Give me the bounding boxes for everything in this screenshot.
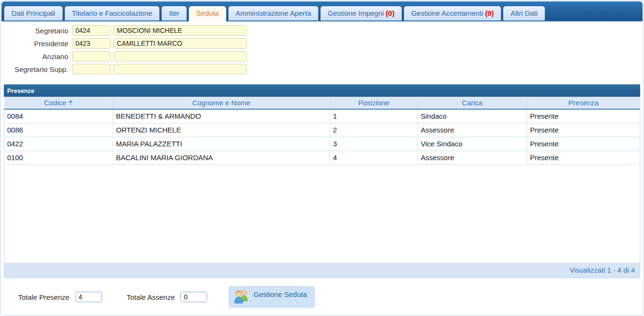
totals-bar: Totale Presenze Totale Assenze Gestione … xyxy=(0,278,644,316)
page-container: Dati Principali Titolario e Fascicolazio… xyxy=(0,0,644,316)
column-header-label: Presenza xyxy=(569,99,599,107)
cell-presenza: Presente xyxy=(527,151,640,164)
tab-badge-count: (0) xyxy=(386,9,395,17)
tab-label: Iter xyxy=(169,9,179,17)
cell-cognome-e-nome: BACALINI MARIA GIORDANA xyxy=(113,151,330,164)
segretario-supp-label: Segretario Supp. xyxy=(0,65,72,73)
gestione-seduta-label: Gestione Seduta xyxy=(253,290,307,298)
anziano-label: Anziano xyxy=(0,52,72,61)
tab-label: Dati Principali xyxy=(11,9,55,17)
column-header-label: Cognome e Nome xyxy=(192,99,250,107)
tab-altri-dati[interactable]: Altri Dati xyxy=(503,6,545,20)
column-header-label: Posizione xyxy=(358,99,389,107)
tab-iter[interactable]: Iter xyxy=(161,6,187,20)
tab-seduta-active[interactable]: Seduta xyxy=(188,6,227,21)
cell-carica: Assessore xyxy=(418,151,527,164)
column-header-carica[interactable]: Carica xyxy=(418,97,527,109)
form-row-segretario: Segretario xyxy=(0,25,644,36)
sort-icon xyxy=(69,100,73,106)
cell-codice: 0422 xyxy=(4,137,113,151)
form-row-segretario-supp: Segretario Supp. xyxy=(0,64,644,74)
table-row[interactable]: 0100 BACALINI MARIA GIORDANA 4 Assessore… xyxy=(4,151,640,164)
cell-presenza: Presente xyxy=(527,123,640,137)
anziano-name-input[interactable] xyxy=(114,51,247,61)
form-row-anziano: Anziano xyxy=(0,51,644,61)
tab-bar: Dati Principali Titolario e Fascicolazio… xyxy=(1,1,643,21)
cell-carica: Sindaco xyxy=(418,109,527,123)
officials-form: Segretario Presidente Anziano Segretario… xyxy=(0,21,644,77)
people-icon xyxy=(233,289,249,304)
tab-label: Seduta xyxy=(196,9,219,17)
cell-cognome-e-nome: MARIA PALAZZETTI xyxy=(113,137,330,151)
presenze-table: Codice Cognome e Nome Posizione Carica P… xyxy=(4,97,640,165)
cell-presenza: Presente xyxy=(527,137,640,151)
totale-assenze-label: Totale Assenze xyxy=(127,293,175,301)
segretario-code-input[interactable] xyxy=(72,25,111,36)
column-header-cognome-e-nome[interactable]: Cognome e Nome xyxy=(113,97,330,109)
column-header-label: Carica xyxy=(462,99,482,107)
segretario-label: Segretario xyxy=(0,27,72,35)
gestione-seduta-button[interactable]: Gestione Seduta xyxy=(229,286,315,308)
table-row[interactable]: 0086 ORTENZI MICHELE 2 Assessore Present… xyxy=(4,123,640,137)
column-header-codice[interactable]: Codice xyxy=(4,97,113,109)
cell-carica: Vice Sindaco xyxy=(418,137,527,151)
cell-posizione: 1 xyxy=(330,109,418,123)
tab-label: Altri Dati xyxy=(510,9,538,17)
column-header-label: Codice xyxy=(44,99,66,107)
segretario-name-input[interactable] xyxy=(114,25,247,36)
cell-posizione: 2 xyxy=(330,123,418,137)
presenze-header-row: Codice Cognome e Nome Posizione Carica P… xyxy=(4,97,640,109)
totale-presenze-label: Totale Presenze xyxy=(18,293,70,301)
tab-dati-principali[interactable]: Dati Principali xyxy=(4,6,63,20)
cell-codice: 0086 xyxy=(4,123,113,137)
cell-posizione: 4 xyxy=(330,151,418,164)
tab-badge-count: (0) xyxy=(485,9,494,17)
anziano-code-input[interactable] xyxy=(72,51,111,61)
column-header-posizione[interactable]: Posizione xyxy=(330,97,418,109)
tab-label: Amministrazione Aperta xyxy=(236,9,311,17)
cell-codice: 0100 xyxy=(4,151,113,164)
cell-codice: 0084 xyxy=(4,109,113,123)
totale-presenze-input[interactable] xyxy=(75,292,102,302)
tab-gestione-accertamenti[interactable]: Gestione Accertamenti(0) xyxy=(404,6,501,20)
cell-presenza: Presente xyxy=(527,109,640,123)
tab-amministrazione-aperta[interactable]: Amministrazione Aperta xyxy=(228,6,319,20)
table-row[interactable]: 0084 BENEDETTI & ARMANDO 1 Sindaco Prese… xyxy=(4,109,640,123)
presidente-code-input[interactable] xyxy=(72,38,111,49)
presidente-name-input[interactable] xyxy=(114,38,247,49)
grid-empty-area xyxy=(4,165,640,263)
cell-cognome-e-nome: ORTENZI MICHELE xyxy=(113,123,330,137)
form-row-presidente: Presidente xyxy=(0,38,644,49)
totale-assenze-input[interactable] xyxy=(180,292,207,302)
presenze-panel-title: Presenze xyxy=(4,84,640,97)
presenze-panel: Presenze Codice Cognome e Nome Posizione… xyxy=(4,84,640,278)
cell-cognome-e-nome: BENEDETTI & ARMANDO xyxy=(113,109,330,123)
tab-titolario-e-fascicolazione[interactable]: Titolario e Fascicolazione xyxy=(64,6,160,20)
tab-gestione-impegni[interactable]: Gestione Impegni(0) xyxy=(320,6,402,20)
presidente-label: Presidente xyxy=(0,40,72,48)
pagination-status: Visualizzati 1 - 4 di 4 xyxy=(4,263,640,278)
segretario-supp-code-input[interactable] xyxy=(72,64,111,74)
cell-carica: Assessore xyxy=(418,123,527,137)
tab-label: Titolario e Fascicolazione xyxy=(72,9,153,17)
tab-label: Gestione Accertamenti xyxy=(411,9,483,17)
tab-label: Gestione Impegni xyxy=(328,9,384,17)
column-header-presenza[interactable]: Presenza xyxy=(527,97,640,109)
cell-posizione: 3 xyxy=(330,137,418,151)
table-row[interactable]: 0422 MARIA PALAZZETTI 3 Vice Sindaco Pre… xyxy=(4,137,640,151)
segretario-supp-name-input[interactable] xyxy=(114,64,247,74)
